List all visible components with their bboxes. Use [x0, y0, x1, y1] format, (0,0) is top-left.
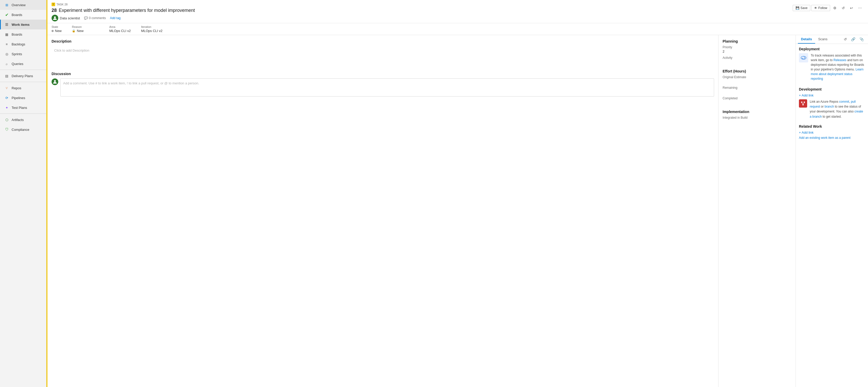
right-tabs-bar: Details Scans ↺ 🔗 📎	[796, 35, 868, 44]
attachment-icon[interactable]: 📎	[858, 35, 866, 43]
add-existing-work-item-link[interactable]: Add an existing work item as a parent	[799, 136, 865, 140]
comment-input[interactable]: Add a comment. Use # to link a work item…	[60, 79, 714, 96]
deployment-text: To track releases associated with this w…	[811, 53, 865, 81]
backlogs-icon: ≡	[4, 42, 9, 47]
comment-input-row: Add a comment. Use # to link a work item…	[52, 79, 714, 96]
discussion-section: Discussion Add a comment. Use # to link …	[52, 72, 714, 96]
link-icon[interactable]: 🔗	[849, 35, 858, 43]
queries-icon: ⌕	[4, 61, 9, 66]
work-items-icon: ☰	[4, 22, 9, 27]
svg-point-5	[804, 102, 805, 103]
state-value[interactable]: New	[52, 29, 62, 33]
history-icon[interactable]: ↺	[842, 35, 849, 43]
sidebar-item-backlogs[interactable]: ≡ Backlogs	[0, 39, 46, 49]
svg-line-7	[802, 103, 803, 104]
integrated-in-build-field: Integrated in Build	[722, 116, 792, 124]
workitem-body: Description Click to add Description Dis…	[48, 35, 868, 387]
svg-point-6	[803, 104, 804, 106]
sidebar-item-pipelines[interactable]: ⟳ Pipelines	[0, 93, 46, 103]
deployment-heading: Deployment	[799, 47, 865, 51]
implementation-heading: Implementation	[722, 110, 792, 114]
refresh-button[interactable]: ↺	[840, 5, 847, 11]
svg-point-3	[802, 58, 803, 59]
workitem-assignee[interactable]: Data scientist	[52, 15, 80, 22]
deployment-card: To track releases associated with this w…	[799, 53, 865, 81]
sidebar-item-artifacts[interactable]: ⬡ Artifacts	[0, 115, 46, 125]
workitem-meta-row: Data scientist 💬 0 comments Add tag	[52, 13, 864, 23]
sidebar-item-delivery-plans[interactable]: ▤ Delivery Plans	[0, 71, 46, 81]
state-field: State New	[52, 25, 62, 33]
activity-field: Activity	[722, 56, 792, 64]
dev-repos-icon	[799, 99, 807, 108]
undo-button[interactable]: ↩	[848, 5, 855, 11]
settings-button[interactable]: ⚙	[831, 5, 839, 11]
center-panel: Planning Priority 2 Activity Effort (Hou…	[718, 35, 796, 387]
sidebar-item-queries[interactable]: ⌕ Queries	[0, 59, 46, 69]
right-panel: Details Scans ↺ 🔗 📎 Deployment	[796, 35, 868, 387]
effort-heading: Effort (Hours)	[722, 69, 792, 73]
sidebar-item-sprints[interactable]: ◎ Sprints	[0, 49, 46, 59]
state-dot-icon	[52, 30, 54, 32]
releases-link[interactable]: Releases	[833, 58, 846, 62]
repos-icon: ⑂	[4, 86, 9, 90]
workitem-toolbar: 💾 Save 👁 Follow ⚙ ↺ ↩ ⋯	[793, 5, 864, 11]
related-add-link-button[interactable]: + Add link	[799, 130, 814, 135]
sidebar-item-repos[interactable]: ⑂ Repos	[0, 83, 46, 93]
main-content: T TASK 28 28 Experiment with different h…	[48, 0, 868, 387]
avatar	[52, 15, 58, 22]
comments-count[interactable]: 💬 0 comments	[84, 16, 106, 20]
dev-add-link-button[interactable]: + Add link	[799, 93, 814, 97]
area-field: Area MLOps CLI v2	[109, 25, 131, 33]
sidebar-item-work-items[interactable]: ☰ Work items	[0, 20, 46, 29]
branch-link[interactable]: branch	[825, 105, 834, 108]
delivery-plans-icon: ▤	[4, 73, 9, 78]
development-section: Development + Add link Link an Azure	[796, 87, 868, 122]
priority-field: Priority 2	[722, 46, 792, 53]
more-options-button[interactable]: ⋯	[856, 5, 864, 11]
person-icon	[53, 16, 57, 20]
area-value[interactable]: MLOps CLI v2	[109, 29, 131, 33]
tab-scans[interactable]: Scans	[815, 35, 831, 43]
save-button[interactable]: 💾 Save	[793, 5, 810, 11]
save-icon: 💾	[796, 6, 799, 10]
iteration-field: Iteration MLOps CLI v2	[141, 25, 162, 33]
related-work-heading: Related Work	[799, 124, 865, 128]
boards-top-icon: ✔	[4, 12, 9, 17]
development-text: Link an Azure Repos commit, pull request…	[810, 99, 865, 119]
comment-icon: 💬	[84, 16, 88, 20]
workitem-title: 28 Experiment with different hyperparame…	[52, 8, 789, 13]
related-work-section: Related Work + Add link Add an existing …	[796, 124, 868, 143]
add-tag-button[interactable]: Add tag	[110, 16, 120, 20]
task-label: T TASK 28	[52, 3, 789, 6]
tab-details[interactable]: Details	[798, 35, 815, 43]
iteration-value[interactable]: MLOps CLI v2	[141, 29, 162, 33]
compliance-icon: ⛉	[4, 127, 9, 132]
sprints-icon: ◎	[4, 52, 9, 56]
sidebar: ⊞ Overview ✔ Boards ☰ Work items ▦ Board…	[0, 0, 46, 387]
left-panel: Description Click to add Description Dis…	[48, 35, 718, 387]
development-heading: Development	[799, 87, 865, 91]
svg-point-1	[54, 80, 56, 82]
svg-line-8	[803, 103, 804, 104]
description-input[interactable]: Click to add Description	[52, 46, 714, 66]
sidebar-item-overview[interactable]: ⊞ Overview	[0, 0, 46, 10]
commenter-person-icon	[53, 80, 57, 84]
sidebar-item-boards[interactable]: ▦ Boards	[0, 29, 46, 39]
deployment-icon	[799, 53, 808, 62]
sidebar-item-test-plans[interactable]: ✦ Test Plans	[0, 103, 46, 113]
workitem-title-row: T TASK 28 28 Experiment with different h…	[52, 3, 864, 13]
commit-link[interactable]: commit	[839, 100, 849, 103]
test-plans-icon: ✦	[4, 105, 9, 110]
remaining-field: Remaining	[722, 86, 792, 94]
sidebar-item-compliance[interactable]: ⛉ Compliance	[0, 125, 46, 135]
reason-value[interactable]: 🔒 New	[72, 29, 84, 33]
follow-button[interactable]: 👁 Follow	[811, 5, 830, 11]
svg-point-0	[54, 17, 56, 18]
sidebar-item-boards-top[interactable]: ✔ Boards	[0, 10, 46, 20]
overview-icon: ⊞	[4, 3, 9, 7]
development-card: Link an Azure Repos commit, pull request…	[799, 99, 865, 119]
eye-icon: 👁	[814, 6, 817, 10]
svg-point-4	[801, 102, 803, 103]
planning-heading: Planning	[722, 39, 792, 43]
task-type-icon: T	[52, 3, 55, 6]
